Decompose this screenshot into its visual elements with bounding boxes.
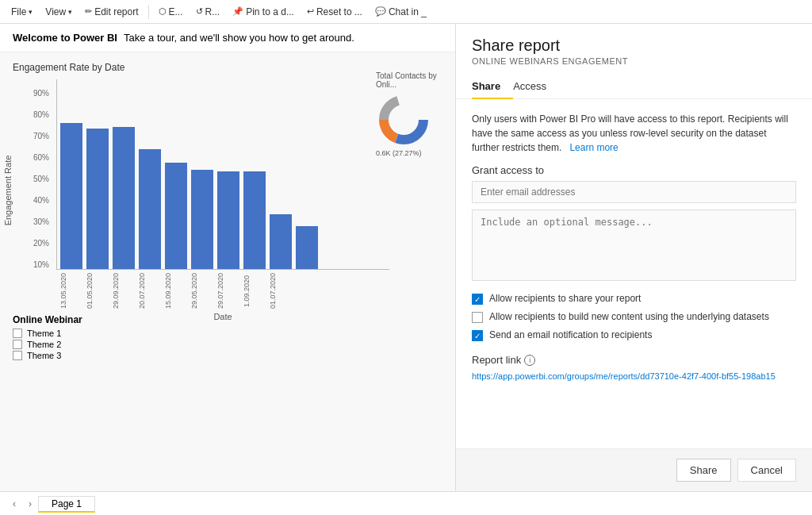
bar-1[interactable]: [86, 129, 109, 269]
bar-8[interactable]: [270, 214, 292, 269]
y-label-90: 90%: [33, 89, 49, 98]
bar-chart-inner: 90% 80% 70% 60% 50% 40% 30% 20% 10%: [56, 79, 389, 270]
nav-left-arrow[interactable]: ‹: [6, 496, 22, 512]
embed-icon: ⬡: [159, 6, 167, 17]
learn-more-link[interactable]: Learn more: [569, 142, 618, 153]
x-axis-title: Date: [56, 312, 389, 321]
bottom-bar: ‹ › Page 1: [0, 491, 812, 515]
info-circle-icon[interactable]: i: [524, 355, 535, 366]
report-link-section: Report link i https://app.powerbi.com/gr…: [472, 354, 796, 382]
x-label-8: 01.07.2020: [269, 273, 291, 309]
y-label-10: 10%: [33, 260, 49, 269]
share-panel: Share report ONLINE WEBINARS ENGAGEMENT …: [455, 24, 812, 491]
legend-checkbox-2[interactable]: [13, 351, 22, 360]
y-label-20: 20%: [33, 239, 49, 248]
contacts-label: 0.6K (27.27%): [376, 149, 439, 157]
x-label-1: 01.05.2020: [86, 273, 108, 309]
legend-checkbox-1[interactable]: [13, 340, 22, 349]
legend-item-0: Theme 1: [13, 329, 442, 338]
checkbox-label-1: Allow recipients to build new content us…: [489, 311, 769, 322]
contacts-title: Total Contacts by Onli...: [376, 71, 439, 89]
checkbox-row-1: Allow recipients to build new content us…: [472, 311, 796, 323]
embed-label: E...: [169, 6, 183, 17]
tab-share[interactable]: Share: [472, 74, 513, 98]
view-label: View: [45, 6, 66, 17]
page-tab-1[interactable]: Page 1: [38, 496, 95, 513]
report-area: Welcome to Power BI Take a tour, and we'…: [0, 24, 455, 491]
info-text: Only users with Power BI Pro will have a…: [472, 112, 796, 155]
donut-chart: [376, 92, 431, 148]
pencil-icon: ✏: [85, 6, 92, 17]
bar-2[interactable]: [113, 127, 135, 269]
bar-0[interactable]: [60, 123, 82, 269]
view-menu[interactable]: View ▾: [40, 1, 77, 23]
checkbox-2[interactable]: [472, 330, 483, 341]
share-button[interactable]: Share: [676, 459, 731, 482]
chat-icon: 💬: [375, 6, 386, 17]
file-chevron-icon: ▾: [29, 8, 33, 16]
checkbox-row-2: Send an email notification to recipients: [472, 329, 796, 341]
reset-icon: ↺: [196, 6, 203, 17]
message-textarea[interactable]: [472, 209, 796, 281]
checkbox-row-0: Allow recipients to share your report: [472, 293, 796, 305]
x-label-6: 29.07.2020: [216, 273, 239, 309]
main-area: Welcome to Power BI Take a tour, and we'…: [0, 24, 812, 491]
embed-button[interactable]: ⬡ E...: [154, 1, 188, 23]
legend-label-1: Theme 2: [27, 340, 61, 349]
legend-item-1: Theme 2: [13, 340, 442, 349]
welcome-bar: Welcome to Power BI Take a tour, and we'…: [0, 24, 455, 52]
legend-item-2: Theme 3: [13, 351, 442, 360]
tab-access[interactable]: Access: [513, 74, 559, 98]
y-label-30: 30%: [33, 217, 49, 226]
welcome-bold: Welcome to Power BI: [13, 32, 117, 44]
checkboxes-container: Allow recipients to share your reportAll…: [472, 293, 796, 341]
panel-footer: Share Cancel: [456, 448, 812, 491]
email-input[interactable]: [472, 181, 796, 203]
checkbox-1[interactable]: [472, 312, 483, 323]
bar-7[interactable]: [243, 171, 266, 269]
panel-tabs: Share Access: [472, 74, 796, 98]
x-label-2: 29.09.2020: [112, 273, 134, 309]
y-label-80: 80%: [33, 110, 49, 119]
y-label-40: 40%: [33, 196, 49, 205]
panel-header: Share report ONLINE WEBINARS ENGAGEMENT …: [456, 24, 812, 99]
legend-items: Theme 1Theme 2Theme 3: [13, 329, 442, 360]
checkbox-0[interactable]: [472, 294, 483, 305]
bar-3[interactable]: [139, 149, 161, 269]
file-menu[interactable]: File ▾: [6, 1, 37, 23]
edit-report-button[interactable]: ✏ Edit report: [80, 1, 143, 23]
x-label-4: 15.09.2020: [164, 273, 186, 309]
pin-button[interactable]: 📌 Pin to a d...: [228, 1, 299, 23]
welcome-message: Take a tour, and we'll show you how to g…: [124, 32, 354, 44]
x-label-5: 29.05.2020: [190, 273, 213, 309]
reset-to-button[interactable]: ↩ Reset to ...: [302, 1, 367, 23]
nav-right-arrow[interactable]: ›: [22, 496, 38, 512]
pin-label: Pin to a d...: [246, 6, 294, 17]
legend-checkbox-0[interactable]: [13, 329, 22, 338]
contacts-chart: Total Contacts by Onli... 0.6K (27.27%): [376, 71, 439, 157]
y-label-50: 50%: [33, 175, 49, 183]
panel-title: Share report: [472, 37, 796, 55]
report-link-title: Report link i: [472, 354, 796, 366]
panel-subtitle: ONLINE WEBINARS ENGAGEMENT: [472, 56, 796, 66]
toolbar: File ▾ View ▾ ✏ Edit report ⬡ E... ↺ R..…: [0, 0, 812, 24]
bar-4[interactable]: [165, 163, 187, 269]
x-label-3: 20.07.2020: [138, 273, 160, 309]
bar-5[interactable]: [191, 170, 213, 269]
chat-button[interactable]: 💬 Chat in _: [370, 1, 431, 23]
checkbox-label-2: Send an email notification to recipients: [489, 329, 652, 340]
panel-body: Only users with Power BI Pro will have a…: [456, 99, 812, 448]
x-axis-labels: 13.05.202001.05.202029.09.202020.07.2020…: [56, 273, 389, 309]
bar-6[interactable]: [217, 171, 239, 269]
legend-label-0: Theme 1: [27, 329, 61, 338]
x-label-0: 13.05.2020: [59, 273, 82, 309]
cancel-button[interactable]: Cancel: [737, 459, 796, 482]
reset-button[interactable]: ↺ R...: [191, 1, 225, 23]
report-link-url[interactable]: https://app.powerbi.com/groups/me/report…: [472, 371, 796, 382]
reset-to-icon: ↩: [307, 6, 314, 17]
bar-9[interactable]: [296, 226, 318, 269]
y-axis-title: Engagement Rate: [3, 156, 13, 226]
y-label-60: 60%: [33, 153, 49, 162]
bar-chart: 90% 80% 70% 60% 50% 40% 30% 20% 10% 13.0…: [56, 79, 389, 302]
reset-to-label: Reset to ...: [316, 6, 362, 17]
